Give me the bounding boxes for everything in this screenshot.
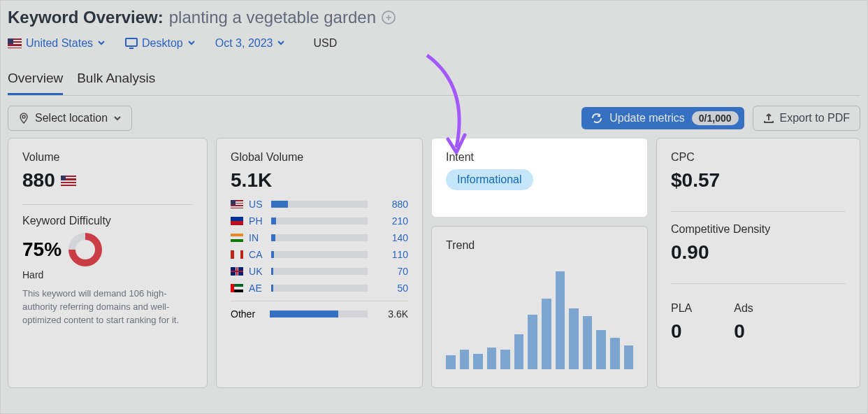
trend-bar: [542, 299, 551, 369]
trend-label: Trend: [446, 239, 633, 252]
gv-row[interactable]: IN 140: [231, 232, 408, 243]
cd-value: 0.90: [671, 241, 846, 264]
kd-donut-chart: [68, 233, 102, 266]
flag-icon: [231, 267, 243, 276]
update-metrics-label: Update metrics: [609, 112, 685, 124]
keyword-text: planting a vegetable garden: [169, 8, 376, 27]
trend-bar: [500, 350, 510, 369]
global-volume-card: Global Volume 5.1K US 880 PH 210 IN 140 …: [216, 138, 423, 388]
pla-label: PLA: [671, 302, 692, 315]
svg-point-1: [22, 115, 25, 118]
date-filter[interactable]: Oct 3, 2023: [215, 37, 286, 50]
cpc-card: CPC $0.57 Competitive Density 0.90 PLA 0…: [656, 138, 860, 388]
ads-label: Ads: [734, 302, 753, 315]
update-count-badge: 0/1,000: [692, 111, 739, 125]
chevron-down-icon: [97, 37, 106, 50]
flag-icon: [231, 200, 243, 208]
gv-row[interactable]: US 880: [231, 199, 408, 210]
intent-tag[interactable]: Informational: [446, 169, 533, 190]
gv-country-code: UK: [249, 266, 266, 277]
trend-bar: [556, 271, 565, 369]
add-keyword-icon[interactable]: +: [382, 10, 396, 24]
export-pdf-button[interactable]: Export to PDF: [753, 106, 860, 131]
page-title-label: Keyword Overview:: [8, 8, 164, 27]
trend-bar: [583, 316, 593, 369]
trend-bar: [610, 338, 620, 369]
gv-country-value: 140: [373, 232, 408, 243]
trend-bar: [487, 348, 497, 369]
trend-chart: [446, 264, 633, 369]
update-metrics-button[interactable]: Update metrics 0/1,000: [581, 107, 744, 129]
volume-label: Volume: [22, 151, 193, 164]
country-label: United States: [26, 37, 93, 50]
country-filter[interactable]: United States: [8, 37, 106, 50]
trend-bar: [624, 345, 634, 369]
trend-bar: [514, 334, 524, 369]
kd-level: Hard: [22, 269, 193, 280]
tab-overview[interactable]: Overview: [8, 66, 63, 95]
gv-country-code: PH: [249, 215, 266, 227]
gv-row[interactable]: CA 110: [231, 249, 408, 260]
trend-bar: [446, 355, 456, 369]
volume-value: 880: [22, 169, 55, 192]
flag-icon: [231, 234, 243, 242]
refresh-icon: [591, 113, 602, 124]
kd-label: Keyword Difficulty: [22, 215, 193, 227]
gv-value: 5.1K: [231, 169, 408, 192]
tabs: Overview Bulk Analysis: [8, 66, 860, 96]
us-flag-icon: [61, 176, 76, 186]
ads-value: 0: [734, 320, 753, 343]
chevron-down-icon: [113, 114, 122, 122]
gv-row[interactable]: UK 70: [231, 266, 408, 277]
chevron-down-icon: [277, 37, 285, 50]
cpc-value: $0.57: [671, 169, 846, 192]
select-location-button[interactable]: Select location: [8, 106, 132, 131]
export-icon: [763, 113, 774, 124]
intent-card: Intent Informational: [431, 138, 648, 217]
trend-bar: [460, 350, 470, 369]
trend-bar: [569, 308, 579, 369]
trend-bar: [596, 330, 606, 369]
cd-label: Competitive Density: [671, 223, 846, 236]
trend-bar: [528, 315, 537, 369]
gv-country-code: CA: [249, 249, 266, 260]
cpc-label: CPC: [671, 151, 846, 164]
us-flag-icon: [8, 38, 22, 48]
tab-bulk-analysis[interactable]: Bulk Analysis: [77, 66, 155, 95]
trend-card: Trend: [431, 226, 648, 388]
currency-label: USD: [313, 37, 337, 50]
volume-card: Volume 880 Keyword Difficulty 75% Hard T…: [8, 138, 208, 388]
gv-label: Global Volume: [231, 151, 408, 164]
device-label: Desktop: [142, 37, 183, 50]
trend-bar: [473, 354, 483, 369]
gv-country-value: 50: [373, 283, 408, 294]
desktop-icon: [125, 38, 138, 49]
gv-country-code: AE: [249, 283, 266, 294]
gv-country-value: 70: [373, 266, 408, 277]
gv-row[interactable]: AE 50: [231, 283, 408, 294]
kd-description: This keyword will demand 106 high-author…: [22, 287, 193, 327]
gv-other-value: 3.6K: [373, 308, 408, 320]
intent-label: Intent: [446, 151, 633, 164]
svg-rect-0: [126, 38, 137, 46]
device-filter[interactable]: Desktop: [125, 37, 196, 50]
date-label: Oct 3, 2023: [215, 37, 273, 50]
gv-country-code: IN: [249, 232, 266, 243]
pin-icon: [18, 113, 29, 124]
gv-country-code: US: [249, 199, 266, 210]
kd-value: 75%: [22, 238, 62, 261]
gv-country-value: 110: [373, 249, 408, 260]
flag-icon: [231, 217, 243, 225]
export-label: Export to PDF: [780, 112, 850, 124]
gv-row[interactable]: PH 210: [231, 215, 408, 227]
select-location-label: Select location: [35, 112, 108, 124]
pla-value: 0: [671, 320, 692, 343]
gv-country-value: 880: [373, 199, 408, 210]
flag-icon: [231, 284, 243, 292]
gv-country-value: 210: [373, 215, 408, 227]
chevron-down-icon: [187, 37, 196, 50]
gv-other-label: Other: [231, 308, 264, 320]
flag-icon: [231, 250, 243, 259]
